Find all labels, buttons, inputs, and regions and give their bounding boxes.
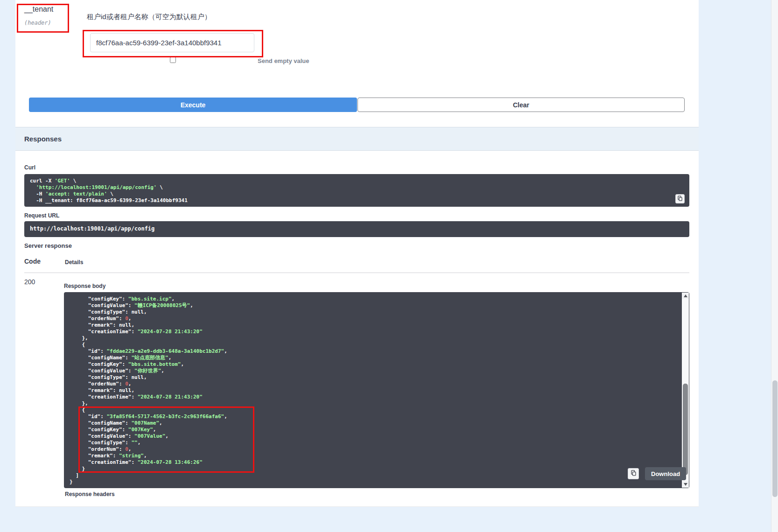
code-column-header: Code <box>24 258 41 265</box>
response-scrollbar[interactable] <box>682 293 689 488</box>
parameter-description: 租户id或者租户名称（可空为默认租户） <box>87 13 211 21</box>
request-url-code: http://localhost:19001/api/app/config <box>24 221 689 236</box>
copy-response-button[interactable] <box>628 468 639 479</box>
response-body-code: "configKey": "bbs.site.icp", "configValu… <box>64 292 681 488</box>
clear-button[interactable]: Clear <box>357 98 685 112</box>
scroll-thumb[interactable] <box>683 384 688 475</box>
arrow-up-icon <box>684 294 687 297</box>
responses-section-header: Responses <box>15 127 699 151</box>
curl-code: curl -X 'GET' \ 'http://localhost:19001/… <box>24 174 689 208</box>
response-headers-label: Response headers <box>65 491 115 497</box>
arrow-down-icon <box>684 483 687 486</box>
responses-title: Responses <box>24 135 62 143</box>
details-column-header: Details <box>65 259 83 266</box>
server-response-label: Server response <box>24 242 72 249</box>
copy-curl-button[interactable] <box>675 194 685 203</box>
request-url-block: http://localhost:19001/api/app/config <box>24 221 689 237</box>
tenant-input[interactable] <box>90 33 254 52</box>
swagger-operation-page: __tenant (header) 租户id或者租户名称（可空为默认租户） Se… <box>0 0 778 532</box>
execute-button[interactable]: Execute <box>29 98 357 112</box>
parameter-location: (header) <box>24 20 51 26</box>
send-empty-value-checkbox[interactable] <box>170 57 176 63</box>
scroll-down-button[interactable] <box>682 481 689 488</box>
browser-scrollbar[interactable] <box>771 0 778 532</box>
browser-scroll-thumb[interactable] <box>772 380 778 497</box>
scroll-up-button[interactable] <box>682 293 689 299</box>
send-empty-value-label: Send empty value <box>258 57 309 64</box>
curl-label: Curl <box>24 164 35 171</box>
curl-block: curl -X 'GET' \ 'http://localhost:19001/… <box>24 174 689 207</box>
request-url-label: Request URL <box>24 212 59 219</box>
parameter-name: __tenant <box>24 5 53 14</box>
copy-icon <box>631 470 637 477</box>
response-body-label: Response body <box>64 283 105 289</box>
response-body-block: "configKey": "bbs.site.icp", "configValu… <box>64 292 689 488</box>
copy-icon <box>677 196 683 203</box>
status-code: 200 <box>24 278 35 286</box>
download-button[interactable]: Download <box>645 467 686 480</box>
table-divider <box>24 273 689 273</box>
